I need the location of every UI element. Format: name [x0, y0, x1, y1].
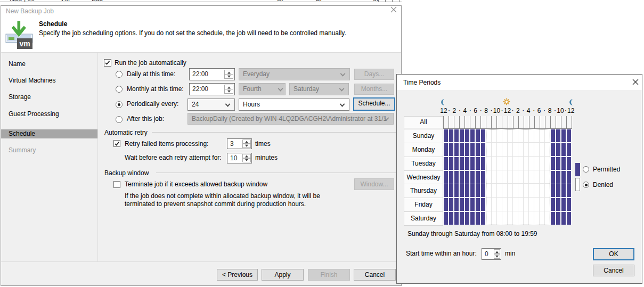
svg-text:vm: vm [19, 39, 30, 48]
